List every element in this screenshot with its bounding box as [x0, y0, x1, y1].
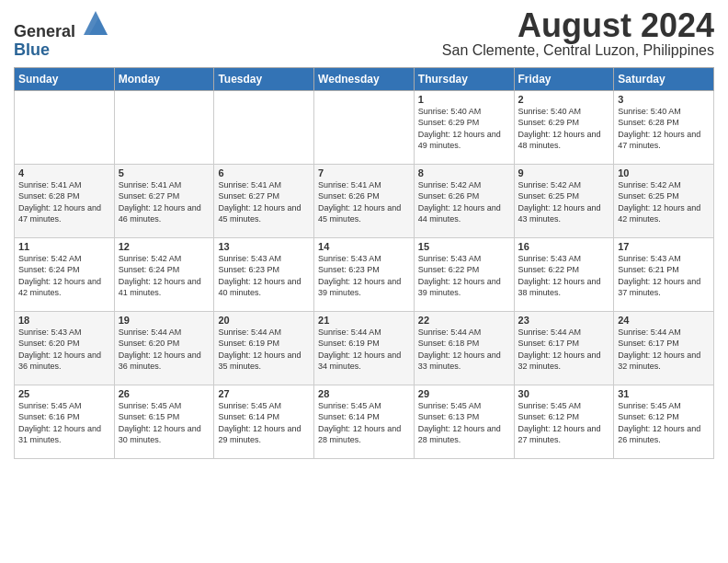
logo-general-text: General — [14, 22, 75, 40]
logo-blue-text: Blue — [14, 40, 50, 59]
day-info: Sunrise: 5:44 AMSunset: 6:17 PMDaylight:… — [518, 327, 610, 373]
day-cell: 28Sunrise: 5:45 AMSunset: 6:14 PMDayligh… — [314, 385, 415, 458]
day-cell — [214, 90, 314, 164]
col-wednesday: Wednesday — [314, 67, 415, 90]
day-info: Sunrise: 5:42 AMSunset: 6:25 PMDaylight:… — [518, 179, 610, 225]
day-number: 25 — [18, 388, 110, 399]
logo: General Blue — [14, 9, 109, 60]
day-info: Sunrise: 5:43 AMSunset: 6:22 PMDaylight:… — [518, 253, 610, 299]
day-cell: 12Sunrise: 5:42 AMSunset: 6:24 PMDayligh… — [114, 237, 214, 311]
day-info: Sunrise: 5:44 AMSunset: 6:18 PMDaylight:… — [418, 327, 510, 373]
day-info: Sunrise: 5:42 AMSunset: 6:26 PMDaylight:… — [418, 179, 510, 225]
col-monday: Monday — [114, 67, 214, 90]
day-info: Sunrise: 5:45 AMSunset: 6:13 PMDaylight:… — [418, 400, 510, 446]
day-number: 30 — [518, 388, 610, 399]
day-cell: 23Sunrise: 5:44 AMSunset: 6:17 PMDayligh… — [514, 311, 614, 385]
day-number: 2 — [518, 94, 610, 105]
day-number: 6 — [218, 167, 310, 178]
day-info: Sunrise: 5:42 AMSunset: 6:25 PMDaylight:… — [618, 179, 710, 225]
day-cell: 1Sunrise: 5:40 AMSunset: 6:29 PMDaylight… — [414, 90, 514, 164]
day-info: Sunrise: 5:43 AMSunset: 6:23 PMDaylight:… — [218, 253, 310, 299]
col-sunday: Sunday — [15, 67, 115, 90]
day-info: Sunrise: 5:40 AMSunset: 6:29 PMDaylight:… — [518, 106, 610, 152]
location-subtitle: San Clemente, Central Luzon, Philippines — [442, 42, 714, 59]
day-info: Sunrise: 5:43 AMSunset: 6:22 PMDaylight:… — [418, 253, 510, 299]
day-info: Sunrise: 5:41 AMSunset: 6:27 PMDaylight:… — [218, 179, 310, 225]
day-cell: 14Sunrise: 5:43 AMSunset: 6:23 PMDayligh… — [314, 237, 415, 311]
day-number: 26 — [119, 388, 210, 399]
day-cell: 8Sunrise: 5:42 AMSunset: 6:26 PMDaylight… — [414, 164, 514, 237]
day-number: 5 — [119, 167, 210, 178]
day-cell: 9Sunrise: 5:42 AMSunset: 6:25 PMDaylight… — [514, 164, 614, 237]
day-info: Sunrise: 5:41 AMSunset: 6:27 PMDaylight:… — [119, 179, 210, 225]
day-info: Sunrise: 5:44 AMSunset: 6:19 PMDaylight:… — [318, 327, 410, 373]
calendar-table: Sunday Monday Tuesday Wednesday Thursday… — [14, 67, 714, 459]
day-number: 19 — [119, 315, 210, 326]
day-number: 13 — [218, 241, 310, 252]
week-row-2: 4Sunrise: 5:41 AMSunset: 6:28 PMDaylight… — [15, 164, 714, 237]
month-year-title: August 2024 — [442, 9, 714, 42]
day-info: Sunrise: 5:44 AMSunset: 6:17 PMDaylight:… — [618, 327, 710, 373]
day-number: 24 — [618, 315, 710, 326]
day-number: 16 — [518, 241, 610, 252]
day-cell: 22Sunrise: 5:44 AMSunset: 6:18 PMDayligh… — [414, 311, 514, 385]
day-info: Sunrise: 5:43 AMSunset: 6:23 PMDaylight:… — [318, 253, 410, 299]
day-number: 27 — [218, 388, 310, 399]
day-cell — [114, 90, 214, 164]
day-info: Sunrise: 5:44 AMSunset: 6:19 PMDaylight:… — [218, 327, 310, 373]
week-row-1: 1Sunrise: 5:40 AMSunset: 6:29 PMDaylight… — [15, 90, 714, 164]
logo-icon — [75, 22, 109, 40]
day-info: Sunrise: 5:41 AMSunset: 6:28 PMDaylight:… — [18, 179, 110, 225]
day-cell: 6Sunrise: 5:41 AMSunset: 6:27 PMDaylight… — [214, 164, 314, 237]
day-info: Sunrise: 5:40 AMSunset: 6:29 PMDaylight:… — [418, 106, 510, 152]
day-cell: 3Sunrise: 5:40 AMSunset: 6:28 PMDaylight… — [614, 90, 714, 164]
day-cell: 7Sunrise: 5:41 AMSunset: 6:26 PMDaylight… — [314, 164, 415, 237]
day-cell: 30Sunrise: 5:45 AMSunset: 6:12 PMDayligh… — [514, 385, 614, 458]
day-info: Sunrise: 5:45 AMSunset: 6:14 PMDaylight:… — [218, 400, 310, 446]
day-number: 9 — [518, 167, 610, 178]
col-thursday: Thursday — [414, 67, 514, 90]
header-row: Sunday Monday Tuesday Wednesday Thursday… — [15, 67, 714, 90]
day-number: 18 — [18, 315, 110, 326]
day-info: Sunrise: 5:45 AMSunset: 6:15 PMDaylight:… — [119, 400, 210, 446]
day-info: Sunrise: 5:45 AMSunset: 6:12 PMDaylight:… — [518, 400, 610, 446]
day-info: Sunrise: 5:43 AMSunset: 6:20 PMDaylight:… — [18, 327, 110, 373]
week-row-5: 25Sunrise: 5:45 AMSunset: 6:16 PMDayligh… — [15, 385, 714, 458]
day-cell: 2Sunrise: 5:40 AMSunset: 6:29 PMDaylight… — [514, 90, 614, 164]
day-cell: 5Sunrise: 5:41 AMSunset: 6:27 PMDaylight… — [114, 164, 214, 237]
col-tuesday: Tuesday — [214, 67, 314, 90]
day-cell — [314, 90, 415, 164]
day-number: 17 — [618, 241, 710, 252]
day-number: 11 — [18, 241, 110, 252]
day-cell: 16Sunrise: 5:43 AMSunset: 6:22 PMDayligh… — [514, 237, 614, 311]
day-cell: 13Sunrise: 5:43 AMSunset: 6:23 PMDayligh… — [214, 237, 314, 311]
title-section: August 2024 San Clemente, Central Luzon,… — [442, 9, 714, 59]
day-cell: 26Sunrise: 5:45 AMSunset: 6:15 PMDayligh… — [114, 385, 214, 458]
day-number: 4 — [18, 167, 110, 178]
day-number: 22 — [418, 315, 510, 326]
day-number: 28 — [318, 388, 410, 399]
day-cell: 21Sunrise: 5:44 AMSunset: 6:19 PMDayligh… — [314, 311, 415, 385]
day-number: 8 — [418, 167, 510, 178]
day-cell: 24Sunrise: 5:44 AMSunset: 6:17 PMDayligh… — [614, 311, 714, 385]
day-number: 23 — [518, 315, 610, 326]
day-info: Sunrise: 5:42 AMSunset: 6:24 PMDaylight:… — [119, 253, 210, 299]
day-cell: 4Sunrise: 5:41 AMSunset: 6:28 PMDaylight… — [15, 164, 115, 237]
day-cell: 20Sunrise: 5:44 AMSunset: 6:19 PMDayligh… — [214, 311, 314, 385]
day-number: 1 — [418, 94, 510, 105]
day-info: Sunrise: 5:40 AMSunset: 6:28 PMDaylight:… — [618, 106, 710, 152]
day-number: 20 — [218, 315, 310, 326]
day-info: Sunrise: 5:41 AMSunset: 6:26 PMDaylight:… — [318, 179, 410, 225]
day-number: 12 — [119, 241, 210, 252]
day-cell: 10Sunrise: 5:42 AMSunset: 6:25 PMDayligh… — [614, 164, 714, 237]
day-cell: 31Sunrise: 5:45 AMSunset: 6:12 PMDayligh… — [614, 385, 714, 458]
header: General Blue August 2024 San Clemente, C… — [14, 9, 714, 60]
week-row-4: 18Sunrise: 5:43 AMSunset: 6:20 PMDayligh… — [15, 311, 714, 385]
day-cell: 27Sunrise: 5:45 AMSunset: 6:14 PMDayligh… — [214, 385, 314, 458]
day-number: 14 — [318, 241, 410, 252]
col-friday: Friday — [514, 67, 614, 90]
day-cell — [15, 90, 115, 164]
page: General Blue August 2024 San Clemente, C… — [0, 0, 728, 563]
day-number: 3 — [618, 94, 710, 105]
day-info: Sunrise: 5:45 AMSunset: 6:14 PMDaylight:… — [318, 400, 410, 446]
